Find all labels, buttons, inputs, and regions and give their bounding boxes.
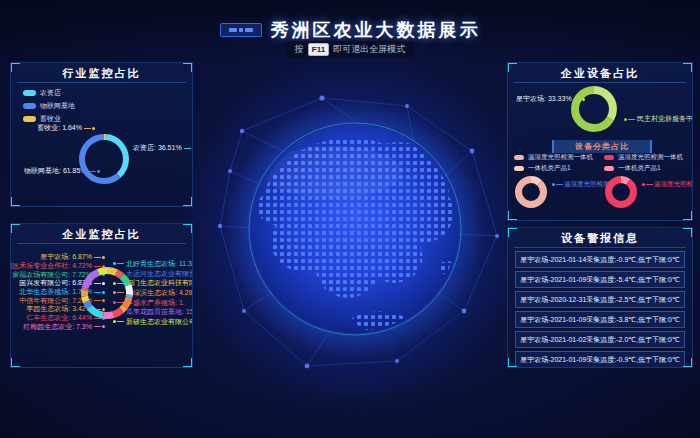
legend-swatch bbox=[604, 166, 614, 171]
legend-label: 温湿度光照检测一体机 bbox=[618, 153, 683, 162]
alarm-row: 星宇农场-2021-01-02采集温度:-2.0℃,低于下限:0℃ bbox=[515, 331, 685, 348]
industry-donut-chart bbox=[78, 133, 130, 185]
device-class-chart-left: 温湿度光照检测一体机 一体机类产品1 温湿度光照检测 bbox=[510, 153, 598, 217]
device-class-donut-left bbox=[514, 175, 548, 209]
mini-callout-right: 温湿度光照检测 bbox=[642, 180, 693, 189]
legend-item: 温湿度光照检测一体机 bbox=[514, 153, 593, 162]
donut-callout-label: 红梅园生态农业: 7.3% bbox=[23, 323, 105, 332]
hint-suffix: 即可退出全屏模式 bbox=[333, 43, 405, 56]
f11-keycap: F11 bbox=[308, 43, 329, 56]
panel-title: 企业设备占比 bbox=[514, 64, 686, 83]
leader-line bbox=[552, 182, 563, 187]
panel-title: 企业监控占比 bbox=[17, 225, 186, 244]
hint-prefix: 按 bbox=[295, 43, 304, 56]
panel-device-ratio: 企业设备占比 星宇农场: 33.33% 民主村党群服务中心: 设备分类占比 温湿… bbox=[507, 62, 693, 221]
donut-callout-label: 畜牧业: 1.64% bbox=[37, 123, 95, 133]
legend-item: 温湿度光照检测一体机 bbox=[604, 153, 683, 162]
panel-device-alarms: 设备警报信息 星宇农场-2021-01-14采集温度:-0.9℃,低于下限:0℃… bbox=[507, 227, 693, 368]
panel-industry-monitor: 行业监控占比 农资店 物联网基地 畜牧业 畜牧业: 1.64% 农资店: 36.… bbox=[10, 62, 193, 207]
leader-line bbox=[94, 255, 105, 260]
leader-line bbox=[94, 324, 105, 329]
legend-swatch bbox=[514, 155, 524, 160]
device-class-chart-right: 温湿度光照检测一体机 一体机类产品1 温湿度光照检测 bbox=[600, 153, 688, 217]
enterprise-donut-chart bbox=[80, 266, 134, 320]
globe-visualization bbox=[202, 76, 508, 382]
legend-label: 一体机类产品1 bbox=[528, 164, 571, 173]
alarm-row: 星宇农场-2021-01-09采集温度:-5.4℃,低于下限:0℃ bbox=[515, 271, 685, 288]
alarm-row: 星宇农场-2021-01-09采集温度:-0.9℃,低于下限:0℃ bbox=[515, 351, 685, 368]
dashboard-root: { "header": { "title": "秀洲区农业大数据展示", "hi… bbox=[0, 0, 700, 438]
leader-line bbox=[642, 182, 653, 187]
header: 秀洲区农业大数据展示 bbox=[0, 18, 700, 42]
panel-title: 设备警报信息 bbox=[514, 229, 686, 248]
leader-line bbox=[184, 146, 193, 151]
device-class-header: 设备分类占比 bbox=[552, 140, 652, 153]
alarm-row: 星宇农场-2021-01-14采集温度:-0.9℃,低于下限:0℃ bbox=[515, 251, 685, 268]
legend-label: 温湿度光照检测一体机 bbox=[528, 153, 593, 162]
legend-label: 一体机类产品1 bbox=[618, 164, 661, 173]
device-class-donut-right bbox=[604, 175, 638, 209]
mini-legend-right: 温湿度光照检测一体机 一体机类产品1 bbox=[604, 153, 683, 173]
device-donut-chart bbox=[570, 85, 618, 133]
leader-line bbox=[113, 319, 124, 324]
alarm-row: 星宇农场-2020-12-31采集温度:-2.5℃,低于下限:0℃ bbox=[515, 291, 685, 308]
header-logo-icon bbox=[220, 23, 262, 37]
panel-enterprise-monitor: 企业监控占比 星宇农场: 6.87% 秀洲区禾乐专业合作社: 4.72% 家福农… bbox=[10, 223, 193, 368]
leader-line bbox=[84, 126, 95, 131]
fullscreen-hint: 按 F11 即可退出全屏模式 bbox=[0, 41, 700, 58]
donut-callout-label: 农资店: 36.51% bbox=[133, 143, 193, 153]
legend-item: 一体机类产品1 bbox=[604, 164, 683, 173]
leader-line bbox=[624, 117, 635, 122]
legend-item: 一体机类产品1 bbox=[514, 164, 593, 173]
legend-swatch bbox=[604, 155, 614, 160]
page-title: 秀洲区农业大数据展示 bbox=[271, 18, 481, 42]
alarm-list: 星宇农场-2021-01-14采集温度:-0.9℃,低于下限:0℃星宇农场-20… bbox=[508, 251, 692, 368]
alarm-row: 星宇农场-2021-01-09采集温度:-3.8℃,低于下限:0℃ bbox=[515, 311, 685, 328]
legend-swatch bbox=[514, 166, 524, 171]
device-donut-label-right: 民主村党群服务中心: bbox=[624, 114, 693, 124]
mini-legend-left: 温湿度光照检测一体机 一体机类产品1 bbox=[514, 153, 593, 173]
